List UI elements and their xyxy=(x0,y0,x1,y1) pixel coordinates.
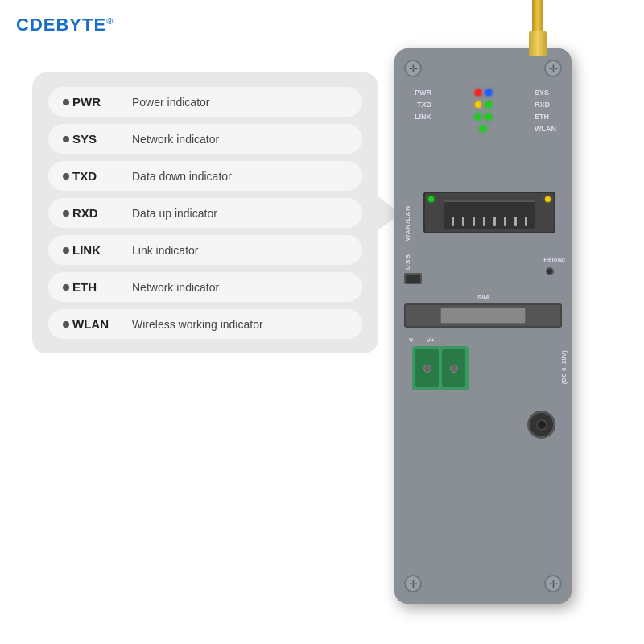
eth-contacts xyxy=(448,217,531,226)
eth-contact xyxy=(493,217,496,226)
indicator-label-sys: SYS xyxy=(72,132,119,146)
device-body: ✛ ✛ ✛ ✛ PWRSYSTXDRXDLINKETHWLAN WAN/LAN … xyxy=(394,48,572,604)
indicator-label-wlan: WLAN xyxy=(72,317,119,331)
led-label-right-1: RXD xyxy=(535,101,557,109)
eth-port-inner xyxy=(444,200,535,229)
led-row-1: TXDRXD xyxy=(409,101,557,109)
indicator-row-wlan: WLAN Wireless working indicator xyxy=(48,309,362,339)
indicator-row-pwr: PWR Power indicator xyxy=(48,87,362,117)
terminal-pin-minus xyxy=(415,349,439,387)
indicator-dot-pwr xyxy=(63,99,69,105)
led-1-1 xyxy=(485,101,492,108)
indicator-dot-txd xyxy=(63,173,69,180)
led-0-1 xyxy=(485,89,492,96)
terminal-label-plus: V+ xyxy=(427,336,435,344)
reload-button[interactable] xyxy=(546,267,554,275)
dc-label: (DC 8~28V) xyxy=(561,350,567,384)
led-label-right-0: SYS xyxy=(535,89,557,97)
eth-contact xyxy=(462,217,464,226)
led-center-2 xyxy=(475,114,492,120)
eth-contact xyxy=(514,217,517,226)
terminal-screw xyxy=(423,365,431,373)
antenna-base xyxy=(529,31,547,56)
eth-led-green xyxy=(428,196,434,202)
indicator-row-txd: TXD Data down indicator xyxy=(48,161,362,191)
led-label-left-1: TXD xyxy=(409,101,431,109)
brand-trademark: ® xyxy=(106,16,114,26)
indicator-dot-rxd xyxy=(63,210,69,217)
indicator-label-eth: ETH xyxy=(72,280,119,294)
led-center-3 xyxy=(480,126,486,132)
indicator-dot-eth xyxy=(63,284,69,291)
indicator-dot-wlan xyxy=(63,321,69,328)
led-2-1 xyxy=(485,114,492,120)
sim-slot xyxy=(404,303,562,328)
eth-led-yellow xyxy=(545,196,551,202)
dc-jack xyxy=(527,411,555,439)
brand-name: CDEBYTE xyxy=(16,14,106,35)
led-row-2: LINKETH xyxy=(409,113,557,121)
led-label-left-0: PWR xyxy=(409,89,431,97)
brand-logo: CDEBYTE® xyxy=(16,14,114,35)
screw-bottom-right: ✛ xyxy=(544,575,562,592)
indicator-row-rxd: RXD Data up indicator xyxy=(48,198,362,228)
terminal-pin-plus xyxy=(442,349,465,387)
eth-contact xyxy=(525,217,527,226)
led-label-right-3: WLAN xyxy=(535,125,557,133)
terminal-block xyxy=(412,346,469,390)
indicator-row-link: LINK Link indicator xyxy=(48,235,362,265)
eth-contact xyxy=(483,217,485,226)
led-label-left-2: LINK xyxy=(409,113,431,121)
indicator-row-sys: SYS Network indicator xyxy=(48,124,362,154)
terminal-label-minus: V- xyxy=(409,336,415,344)
indicator-dot-link xyxy=(63,247,69,254)
indicator-desc-rxd: Data up indicator xyxy=(132,207,217,220)
indicator-desc-pwr: Power indicator xyxy=(132,96,210,109)
led-row-0: PWRSYS xyxy=(409,89,557,97)
wan-lan-label: WAN/LAN xyxy=(404,205,411,241)
screw-bottom-left: ✛ xyxy=(404,575,422,592)
screw-top-left: ✛ xyxy=(404,60,422,77)
sim-card xyxy=(440,308,526,324)
indicator-desc-eth: Network indicator xyxy=(132,281,219,294)
indicator-label-pwr: PWR xyxy=(72,95,119,109)
indicator-desc-wlan: Wireless working indicator xyxy=(132,318,263,331)
antenna xyxy=(526,0,549,56)
usb-port xyxy=(404,273,422,284)
info-panel: PWR Power indicator SYS Network indicato… xyxy=(32,72,378,353)
indicator-desc-link: Link indicator xyxy=(132,244,199,257)
led-center-1 xyxy=(475,101,492,108)
eth-contact xyxy=(452,217,454,226)
usb-section: USB xyxy=(404,254,422,284)
led-3-0 xyxy=(480,126,486,132)
reload-label: Reload xyxy=(543,256,565,263)
dc-jack-inner xyxy=(536,419,547,431)
screw-top-right: ✛ xyxy=(544,60,562,77)
indicator-label-rxd: RXD xyxy=(72,206,119,220)
led-2-0 xyxy=(475,114,481,120)
eth-contact xyxy=(504,217,506,226)
terminal-screw xyxy=(450,365,458,373)
indicator-desc-sys: Network indicator xyxy=(132,133,219,146)
indicator-label-link: LINK xyxy=(72,243,119,257)
led-area: PWRSYSTXDRXDLINKETHWLAN xyxy=(409,89,557,137)
ethernet-port xyxy=(423,192,555,233)
indicator-dot-sys xyxy=(63,136,69,142)
led-label-right-2: ETH xyxy=(535,113,557,121)
led-center-0 xyxy=(475,89,492,96)
usb-label: USB xyxy=(404,254,411,270)
indicator-label-txd: TXD xyxy=(72,169,119,183)
sim-label: SIM xyxy=(404,294,562,301)
led-1-0 xyxy=(475,101,481,108)
led-row-3: WLAN xyxy=(409,125,557,133)
led-0-0 xyxy=(475,89,481,96)
eth-contact xyxy=(473,217,475,226)
indicator-row-eth: ETH Network indicator xyxy=(48,272,362,302)
antenna-rod xyxy=(532,0,543,34)
terminal-labels: V- V+ xyxy=(409,336,435,344)
sim-section: SIM xyxy=(404,294,562,328)
indicator-desc-txd: Data down indicator xyxy=(132,170,232,183)
